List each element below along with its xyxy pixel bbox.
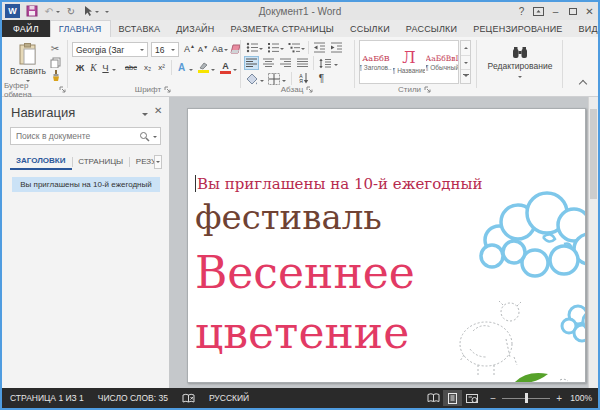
bold-button[interactable]: Ж bbox=[74, 61, 86, 74]
ribbon-display-options-button[interactable] bbox=[530, 3, 547, 19]
tab-page-layout[interactable]: РАЗМЕТКА СТРАНИЦЫ bbox=[222, 20, 342, 37]
search-icon[interactable] bbox=[139, 131, 150, 142]
tab-insert[interactable]: ВСТАВКА bbox=[111, 20, 169, 37]
font-size-combo[interactable]: 16 bbox=[151, 42, 179, 57]
navigation-close-button[interactable]: ✕ bbox=[154, 105, 162, 116]
nav-tab-results[interactable]: РЕЗУЛ bbox=[130, 154, 154, 170]
font-dialog-launcher[interactable] bbox=[164, 86, 171, 93]
editing-button[interactable]: Редактирование bbox=[482, 42, 558, 84]
highlight-caret-icon[interactable] bbox=[211, 69, 215, 73]
touch-mode-caret-icon[interactable] bbox=[95, 11, 99, 15]
style-heading1[interactable]: АаБбВ ¶ Заголов... bbox=[360, 41, 392, 83]
tab-mailings[interactable]: РАССЫЛКИ bbox=[398, 20, 465, 37]
shrink-font-button[interactable]: А▼ bbox=[197, 43, 209, 56]
font-name-combo[interactable]: Georgia (Заг bbox=[72, 42, 148, 57]
undo-caret-icon[interactable] bbox=[56, 11, 60, 15]
style-normal[interactable]: АаБбВвI ¶ Обычный bbox=[426, 41, 458, 83]
customize-qat-icon[interactable] bbox=[105, 11, 109, 15]
line-spacing-caret-icon[interactable] bbox=[334, 64, 338, 68]
align-right-button[interactable] bbox=[278, 56, 293, 70]
strikethrough-button[interactable]: abc bbox=[122, 61, 140, 74]
increase-indent-button[interactable] bbox=[329, 41, 344, 53]
decrease-indent-button[interactable] bbox=[312, 41, 327, 53]
zoom-slider-thumb[interactable] bbox=[525, 393, 528, 403]
doc-title-line2[interactable]: цветение bbox=[195, 307, 409, 358]
nav-heading-result[interactable]: Вы приглашены на 10-й ежегодный bbox=[12, 177, 160, 192]
tab-design[interactable]: ДИЗАЙН bbox=[168, 20, 222, 37]
doc-heading-line[interactable]: Вы приглашены на 10-й ежегодный bbox=[197, 175, 482, 193]
zoom-slider[interactable] bbox=[502, 392, 550, 404]
align-left-button[interactable] bbox=[244, 56, 259, 70]
vertical-scrollbar[interactable] bbox=[588, 97, 598, 388]
undo-button[interactable]: ↶ bbox=[42, 3, 56, 19]
subscript-button[interactable]: x₂ bbox=[141, 61, 154, 74]
word-count-status[interactable]: ЧИСЛО СЛОВ: 35 bbox=[98, 393, 168, 403]
cut-button[interactable]: ✂ bbox=[48, 42, 62, 54]
font-color-button[interactable]: А bbox=[219, 60, 232, 75]
bullets-button[interactable] bbox=[245, 41, 259, 53]
underline-caret-icon[interactable] bbox=[112, 69, 116, 73]
styles-dialog-launcher[interactable] bbox=[424, 86, 431, 93]
tab-home[interactable]: ГЛАВНАЯ bbox=[50, 20, 111, 37]
multilevel-list-button[interactable] bbox=[287, 41, 301, 53]
italic-button[interactable]: К bbox=[88, 61, 99, 74]
proofing-status[interactable] bbox=[182, 393, 195, 404]
numbering-caret-icon[interactable] bbox=[280, 48, 284, 52]
language-status[interactable]: РУССКИЙ bbox=[209, 393, 249, 403]
grow-font-button[interactable]: А▲ bbox=[183, 42, 196, 56]
superscript-button[interactable]: x² bbox=[155, 61, 168, 74]
bullets-caret-icon[interactable] bbox=[259, 48, 263, 52]
nav-tab-headings[interactable]: ЗАГОЛОВКИ bbox=[10, 154, 72, 170]
styles-scroll-up-button[interactable] bbox=[461, 41, 470, 55]
save-button[interactable] bbox=[25, 3, 39, 19]
justify-button[interactable] bbox=[295, 56, 310, 70]
minimize-button[interactable]: – bbox=[547, 3, 564, 19]
align-center-button[interactable] bbox=[261, 56, 276, 70]
zoom-out-button[interactable]: − bbox=[487, 393, 499, 404]
style-title[interactable]: Л ¶ Название bbox=[393, 41, 425, 83]
paste-icon bbox=[18, 43, 38, 65]
nav-tabs-overflow-button[interactable] bbox=[154, 155, 162, 169]
tab-references[interactable]: ССЫЛКИ bbox=[342, 20, 398, 37]
document-page[interactable]: Вы приглашены на 10-й ежегодный фестивал… bbox=[187, 108, 586, 383]
copy-button[interactable] bbox=[48, 56, 62, 68]
styles-scroll-down-button[interactable] bbox=[461, 55, 470, 69]
doc-subtitle-line[interactable]: фестиваль bbox=[195, 197, 382, 237]
styles-more-button[interactable] bbox=[461, 69, 470, 83]
sheep-sketch bbox=[460, 301, 521, 375]
zoom-level[interactable]: 100% bbox=[570, 393, 592, 403]
search-input[interactable] bbox=[14, 130, 139, 142]
help-button[interactable]: ? bbox=[513, 3, 530, 19]
close-button[interactable]: ✕ bbox=[581, 3, 598, 19]
maximize-button[interactable] bbox=[564, 3, 581, 19]
zoom-in-button[interactable]: + bbox=[553, 393, 565, 404]
highlight-color-button[interactable] bbox=[197, 60, 210, 75]
underline-button[interactable]: Ч bbox=[100, 61, 111, 74]
multilevel-caret-icon[interactable] bbox=[301, 48, 305, 52]
word-logo-icon[interactable]: W bbox=[5, 4, 20, 18]
clipboard-dialog-launcher[interactable] bbox=[59, 86, 66, 93]
scrollbar-thumb[interactable] bbox=[590, 109, 597, 199]
navigation-menu-caret-icon[interactable] bbox=[142, 113, 148, 119]
read-mode-button[interactable] bbox=[424, 390, 443, 406]
doc-title-line1[interactable]: Весеннее bbox=[195, 247, 415, 298]
search-options-caret-icon[interactable] bbox=[153, 136, 157, 140]
font-color-caret-icon[interactable] bbox=[233, 69, 237, 73]
tab-file[interactable]: ФАЙЛ bbox=[2, 20, 50, 37]
page-count-status[interactable]: СТРАНИЦА 1 ИЗ 1 bbox=[10, 393, 84, 403]
text-effects-caret-icon[interactable] bbox=[189, 69, 193, 73]
paste-button[interactable]: Вставить bbox=[10, 40, 46, 86]
tab-review[interactable]: РЕЦЕНЗИРОВАНИЕ bbox=[465, 20, 570, 37]
redo-button[interactable]: ↻ bbox=[64, 3, 78, 19]
web-layout-button[interactable] bbox=[462, 390, 481, 406]
numbering-button[interactable] bbox=[266, 41, 280, 53]
text-effects-button[interactable]: А bbox=[175, 61, 188, 74]
nav-tab-pages[interactable]: СТРАНИЦЫ bbox=[72, 154, 129, 170]
paragraph-dialog-launcher[interactable] bbox=[306, 86, 313, 93]
print-layout-button[interactable] bbox=[443, 390, 462, 406]
line-spacing-button[interactable] bbox=[317, 56, 333, 70]
collapse-ribbon-button[interactable] bbox=[580, 81, 586, 87]
change-case-button[interactable]: Аа bbox=[211, 42, 229, 56]
tab-view[interactable]: ВИД bbox=[571, 20, 600, 37]
touch-mode-button[interactable] bbox=[81, 3, 95, 19]
